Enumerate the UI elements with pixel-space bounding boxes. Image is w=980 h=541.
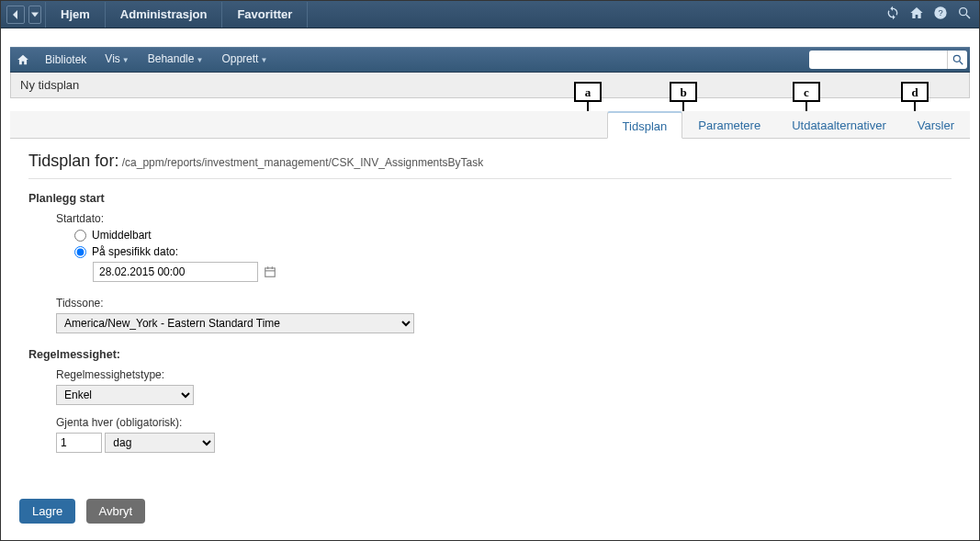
toolbar-create[interactable]: Opprett▼ (212, 46, 276, 73)
radio-immediate-label: Umiddelbart (92, 229, 152, 242)
top-nav: Hjem Administrasjon Favoritter ? (1, 1, 979, 28)
heading-prefix: Tidsplan for: (28, 152, 118, 170)
footer: Lagre Avbryt (10, 493, 970, 529)
back-button[interactable] (6, 6, 25, 24)
svg-point-4 (953, 55, 960, 62)
callout-row: a b c d (10, 98, 970, 135)
toolbar: Bibliotek Vis▼ Behandle▼ Opprett▼ (10, 47, 970, 73)
recurrence-type-label: Regelmessighetstype: (56, 368, 952, 381)
startdate-label: Startdato: (56, 212, 952, 225)
callout-a: a (574, 82, 602, 102)
cancel-button[interactable]: Avbryt (86, 499, 146, 524)
callout-b: b (670, 82, 697, 102)
main-area: Tidsplan for: /ca_ppm/reports/investment… (10, 139, 970, 488)
radio-specific-date[interactable] (74, 246, 86, 258)
repeat-value-input[interactable] (56, 433, 102, 453)
search-button[interactable] (947, 51, 967, 69)
callout-c: c (793, 82, 820, 102)
search-input[interactable] (809, 51, 947, 69)
home-icon[interactable] (909, 6, 924, 23)
date-input[interactable] (93, 262, 258, 282)
home-button[interactable] (10, 53, 36, 66)
save-button[interactable]: Lagre (19, 499, 75, 524)
toolbar-manage[interactable]: Behandle▼ (139, 46, 213, 73)
radio-specific-label: På spesifikk dato: (92, 245, 178, 258)
search-icon-top[interactable] (957, 6, 972, 23)
radio-immediate[interactable] (74, 230, 86, 242)
repeat-label: Gjenta hver (obligatorisk): (56, 416, 952, 429)
svg-text:?: ? (938, 8, 942, 17)
calendar-icon[interactable] (264, 265, 276, 278)
nav-home[interactable]: Hjem (48, 1, 103, 28)
page-title: Ny tidsplan (20, 78, 79, 92)
timezone-select[interactable]: America/New_York - Eastern Standard Time (56, 313, 414, 333)
svg-line-5 (959, 62, 963, 65)
svg-rect-6 (265, 268, 276, 276)
back-history-dropdown[interactable] (28, 6, 41, 24)
svg-line-3 (966, 15, 970, 18)
section-recurrence: Regelmessighet: (28, 348, 952, 361)
page-title-bar: Ny tidsplan (10, 73, 970, 98)
timezone-label: Tidssone: (56, 297, 952, 310)
nav-administration[interactable]: Administrasjon (107, 1, 220, 28)
toolbar-library[interactable]: Bibliotek (36, 47, 96, 73)
callout-d: d (901, 82, 929, 102)
toolbar-view[interactable]: Vis▼ (96, 46, 138, 73)
nav-favorites[interactable]: Favoritter (224, 1, 305, 28)
recurrence-type-select[interactable]: Enkel (56, 385, 194, 405)
heading-path: /ca_ppm/reports/investment_management/CS… (122, 156, 484, 169)
refresh-icon[interactable] (885, 6, 900, 23)
repeat-unit-select[interactable]: dag (105, 433, 215, 453)
svg-point-2 (960, 8, 967, 16)
section-schedule-start: Planlegg start (28, 192, 952, 205)
help-icon[interactable]: ? (933, 6, 948, 23)
